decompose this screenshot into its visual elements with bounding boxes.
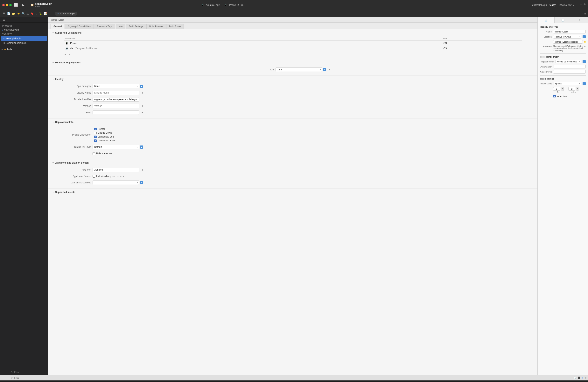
- tab-build-rules[interactable]: Build Rules: [166, 24, 184, 29]
- app-icon-input[interactable]: [93, 168, 139, 172]
- rs-filename-input[interactable]: [553, 40, 583, 43]
- navigator-icon[interactable]: ☰: [1, 11, 6, 16]
- close-button[interactable]: [2, 4, 5, 6]
- identity-title-row[interactable]: ▼ Identity: [52, 78, 534, 81]
- tab-build-phases[interactable]: Build Phases: [147, 24, 166, 29]
- rs-location-btn[interactable]: ▲: [583, 35, 586, 38]
- breadcrumb-item[interactable]: exampleLogin: [51, 19, 64, 21]
- rs-tab-file[interactable]: 📄: [538, 17, 555, 23]
- rs-fullpath-edit-icon[interactable]: ✏: [584, 45, 586, 48]
- split-view-bottom-icon[interactable]: ⊞: [585, 377, 587, 379]
- rs-wrap-lines-checkbox[interactable]: [553, 95, 556, 97]
- display-name-input[interactable]: [93, 91, 139, 95]
- bottom-remove-button[interactable]: −: [6, 376, 9, 380]
- maximize-button[interactable]: [9, 4, 12, 6]
- test-icon[interactable]: ◇: [35, 12, 38, 15]
- version-input[interactable]: [93, 104, 139, 108]
- back-button[interactable]: ‹: [48, 12, 50, 15]
- build-input[interactable]: [93, 110, 139, 115]
- min-deployments-title-row[interactable]: ▼ Minimum Deployments: [52, 61, 534, 64]
- bookmark-icon[interactable]: 🔖: [31, 12, 34, 15]
- app-category-stepper[interactable]: ▲: [140, 85, 143, 88]
- include-all-assets-checkbox[interactable]: [93, 175, 95, 178]
- tab-resource-tags[interactable]: Resource Tags: [94, 24, 115, 29]
- rs-tab-width-down[interactable]: ▼: [561, 89, 564, 91]
- search-icon[interactable]: 🔍: [21, 12, 25, 15]
- tab-general[interactable]: General: [51, 24, 65, 29]
- related-items-icon[interactable]: ⇄: [581, 12, 583, 15]
- landscape-left-checkbox[interactable]: [94, 136, 97, 138]
- tab-info[interactable]: Info: [116, 24, 126, 29]
- app-icons-title-row[interactable]: ▼ App Icons and Launch Screen: [52, 161, 534, 164]
- add-app-icon-button[interactable]: +: [141, 168, 144, 171]
- sidebar-toggle-icon[interactable]: ⬜: [14, 3, 18, 7]
- warning-icon[interactable]: ⚠: [26, 12, 29, 15]
- rs-indent-using-dropdown[interactable]: Spaces Tabs: [554, 82, 581, 85]
- hide-status-bar-checkbox[interactable]: [93, 152, 95, 155]
- bundle-id-input[interactable]: [93, 97, 139, 102]
- filter-input[interactable]: [14, 371, 46, 373]
- rs-tab-width-up[interactable]: ▲: [561, 87, 564, 89]
- status-bar-stepper[interactable]: ▲: [140, 146, 143, 149]
- tab-signing[interactable]: Signing & Capabilities: [65, 24, 94, 29]
- editor-tab[interactable]: ⚙ exampleLogin: [55, 12, 77, 16]
- group-icon[interactable]: 📁: [12, 12, 15, 15]
- sidebar-item-target-tests[interactable]: ⚙ exampleLoginTests: [1, 41, 47, 45]
- deployment-info-title-row[interactable]: ▼ Deployment Info: [52, 121, 534, 124]
- minimize-button[interactable]: [6, 4, 8, 6]
- rs-indent-width-up[interactable]: ▲: [576, 87, 579, 89]
- add-build-button[interactable]: +: [141, 111, 144, 114]
- run-button[interactable]: ▶: [22, 3, 24, 7]
- upside-down-checkbox[interactable]: [94, 132, 97, 134]
- sidebar-item-target-main[interactable]: ⚙ exampleLogin: [1, 36, 47, 41]
- bottom-add-button[interactable]: +: [1, 376, 5, 380]
- rs-indent-using-btn[interactable]: ▲: [583, 82, 586, 85]
- split-view-button[interactable]: ⧉: [584, 3, 586, 7]
- bottom-history-icon[interactable]: 🕒: [573, 377, 576, 379]
- add-files-icon[interactable]: 📄: [7, 12, 10, 15]
- tab-build-settings[interactable]: Build Settings: [126, 24, 146, 29]
- rs-project-format-dropdown[interactable]: Xcode 12.0-compatible Xcode 13.0-compati…: [556, 60, 581, 64]
- launch-screen-stepper[interactable]: ▲: [140, 181, 143, 184]
- app-category-dropdown[interactable]: None Games Utilities: [93, 84, 139, 88]
- bundle-id-action-button[interactable]: ›: [141, 98, 143, 101]
- supported-intents-title-row[interactable]: ▼ Supported Intents: [52, 191, 534, 193]
- add-destination-button[interactable]: +: [64, 53, 67, 56]
- rs-tab-width-input[interactable]: [553, 87, 560, 91]
- add-version-button[interactable]: +: [141, 104, 144, 108]
- rs-name-input[interactable]: [553, 30, 586, 33]
- add-display-name-button[interactable]: +: [141, 91, 144, 95]
- add-editor-button[interactable]: +: [580, 3, 582, 7]
- sidebar-item-project[interactable]: ⚙ exampleLogin: [0, 28, 48, 32]
- status-bar-dropdown[interactable]: Default Light Content Dark Content: [93, 145, 139, 149]
- ios-version-dropdown[interactable]: 12.4 13.0 14.0 15.0 16.0: [275, 67, 322, 72]
- ios-version-stepper[interactable]: ▲: [323, 68, 326, 71]
- forward-button[interactable]: ›: [51, 12, 53, 15]
- debug-icon[interactable]: 🐛: [39, 12, 42, 15]
- device-selector[interactable]: 📱 exampleLogin › 📱 iPhone 14 Pro: [201, 4, 243, 6]
- source-icon[interactable]: 📝: [44, 12, 47, 15]
- target-tests-label: exampleLoginTests: [6, 42, 26, 44]
- rs-indent-width-down[interactable]: ▼: [576, 89, 579, 91]
- rs-organization-input[interactable]: [554, 65, 586, 68]
- rs-project-format-btn[interactable]: ▲: [583, 60, 586, 63]
- add-target-button[interactable]: +: [1, 370, 5, 374]
- rs-indent-width-input[interactable]: [568, 87, 575, 91]
- add-deployment-button[interactable]: +: [328, 68, 331, 71]
- rs-tab-history[interactable]: 🕒: [555, 17, 571, 23]
- hierarchy-icon[interactable]: ⚡: [17, 12, 20, 15]
- portrait-checkbox[interactable]: [94, 128, 97, 130]
- supported-destinations-title-row[interactable]: ▼ Supported Destinations: [52, 32, 534, 34]
- remove-destination-button[interactable]: −: [68, 53, 71, 56]
- assistant-icon[interactable]: ⊞: [584, 12, 587, 15]
- rs-filename-folder-icon[interactable]: 📁: [584, 41, 587, 43]
- rs-tab-help[interactable]: ?: [571, 17, 588, 23]
- rs-location-dropdown[interactable]: Relative to Group Absolute Path: [553, 35, 581, 39]
- sidebar-collapse-icon[interactable]: ☰: [1, 18, 6, 23]
- launch-screen-dropdown[interactable]: [93, 180, 139, 185]
- landscape-right-checkbox[interactable]: [94, 139, 97, 142]
- rs-class-prefix-input[interactable]: [553, 70, 586, 74]
- remove-target-button[interactable]: −: [6, 370, 9, 374]
- bottom-console-icon[interactable]: ⬛: [578, 377, 580, 379]
- sidebar-item-pods[interactable]: ▶ ⊞ Pods: [0, 47, 48, 51]
